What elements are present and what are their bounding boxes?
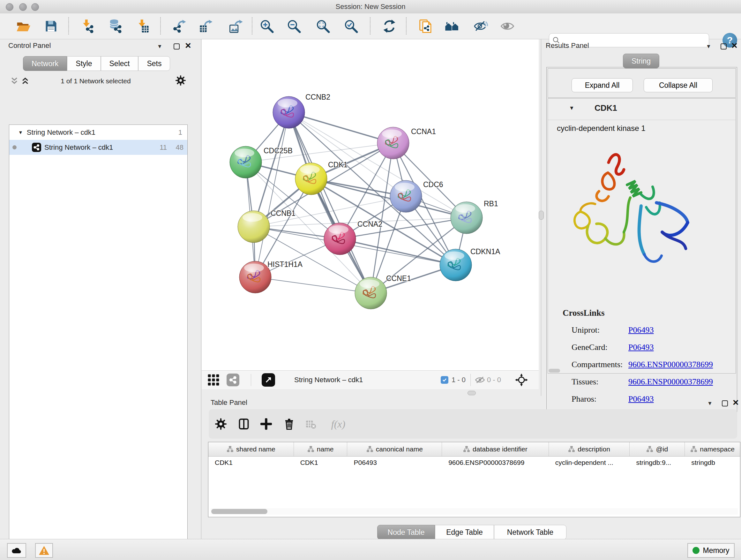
open-file-icon[interactable] <box>14 16 31 37</box>
import-network-file-icon[interactable] <box>78 16 96 37</box>
fit-selected-crosshair-icon[interactable] <box>515 371 529 389</box>
results-panel-maximize-icon[interactable] <box>721 44 727 50</box>
show-all-icon[interactable] <box>499 16 516 37</box>
tree-expander-icon[interactable]: ▼ <box>18 130 23 135</box>
refresh-icon[interactable] <box>381 16 398 37</box>
network-node-CDC6[interactable] <box>390 180 422 212</box>
network-edge-CCNB2-CCNA1[interactable] <box>289 112 393 143</box>
tab-style[interactable]: Style <box>67 56 100 71</box>
save-session-icon[interactable] <box>43 16 60 37</box>
table-panel-float-icon[interactable]: ▼ <box>707 400 713 407</box>
crosslink-link[interactable]: 9606.ENSP00000378699 <box>628 360 713 369</box>
delete-column-trash-icon[interactable] <box>281 416 297 432</box>
hidden-eye-icon[interactable] <box>475 371 485 389</box>
zoom-out-icon[interactable] <box>285 16 302 37</box>
network-edge-CCNA1-CCNE1[interactable] <box>371 143 393 293</box>
import-network-database-icon[interactable] <box>107 16 124 37</box>
delete-table-icon[interactable] <box>303 416 319 432</box>
left-splitter[interactable] <box>201 39 201 539</box>
protein-structure-image <box>561 143 695 271</box>
tab-edge-table[interactable]: Edge Table <box>435 525 494 540</box>
network-view-toolbar: String Network – cdk1 1 - 0 0 - 0 <box>202 370 539 389</box>
export-image-icon[interactable] <box>227 16 245 37</box>
column-type-icon <box>568 446 575 453</box>
control-panel-float-icon[interactable]: ▼ <box>157 44 162 50</box>
network-node-RB1[interactable] <box>451 202 482 234</box>
network-list: ▼ String Network – cdk1 1 String Network… <box>9 125 188 560</box>
collapse-all-button[interactable]: Collapse All <box>644 78 713 92</box>
network-node-CDKN1A[interactable] <box>440 249 472 281</box>
table-hscrollbar-thumb[interactable] <box>211 509 267 514</box>
birds-eye-view-icon[interactable] <box>262 371 275 389</box>
table-hscrollbar[interactable] <box>211 508 738 515</box>
node-label-CCNA2: CCNA2 <box>357 220 382 228</box>
column-type-icon <box>463 446 470 453</box>
column-header[interactable]: canonical name <box>347 442 442 456</box>
column-header[interactable]: @id <box>630 442 685 456</box>
column-header[interactable]: description <box>549 442 630 456</box>
results-scrollbar-thumb[interactable] <box>549 369 560 373</box>
network-collection-row[interactable]: ▼ String Network – cdk1 1 <box>9 125 187 140</box>
crosslink-link[interactable]: 9606.ENSP00000378699 <box>628 377 713 387</box>
tab-select[interactable]: Select <box>101 56 138 71</box>
show-columns-icon[interactable] <box>236 416 252 432</box>
results-panel-close-icon[interactable]: × <box>731 42 738 49</box>
network-edge-CCNA2-CDKN1A[interactable] <box>340 239 456 265</box>
export-table-icon[interactable] <box>197 16 214 37</box>
selected-checkbox-icon[interactable] <box>441 371 448 389</box>
column-header[interactable]: database identifier <box>442 442 549 456</box>
tab-sets[interactable]: Sets <box>138 56 170 71</box>
network-node-CCNA1[interactable] <box>377 127 409 159</box>
control-panel-maximize-icon[interactable] <box>174 44 180 50</box>
zoom-fit-icon[interactable] <box>314 16 332 37</box>
horizontal-splitter-handle[interactable] <box>468 391 476 395</box>
network-edge-CCNB2-HIST1H1A[interactable] <box>255 112 289 277</box>
add-column-icon[interactable] <box>259 416 274 432</box>
cloud-service-icon[interactable] <box>7 543 26 558</box>
table-panel-maximize-icon[interactable] <box>722 400 728 407</box>
network-edge-CCNB1-CDKN1A[interactable] <box>254 227 456 265</box>
crosslink-link[interactable]: P06493 <box>628 343 654 352</box>
network-node-CCNA2[interactable] <box>324 223 356 255</box>
hide-selected-icon[interactable] <box>472 16 489 37</box>
tab-network[interactable]: Network <box>23 56 67 71</box>
table-panel-close-icon[interactable]: × <box>733 399 739 406</box>
control-panel-close-icon[interactable]: × <box>185 42 191 49</box>
expand-all-networks-icon[interactable] <box>21 77 29 85</box>
results-panel-float-icon[interactable]: ▼ <box>706 44 711 50</box>
table-row[interactable]: CDK1 CDK1 P06493 9606.ENSP00000378699 cy… <box>208 456 740 469</box>
zoom-selected-icon[interactable] <box>342 16 360 37</box>
tab-node-table[interactable]: Node Table <box>377 525 435 540</box>
tab-string-results[interactable]: String <box>623 54 659 68</box>
column-header[interactable]: shared name <box>208 442 294 456</box>
column-header[interactable]: namespace <box>685 442 740 456</box>
collapse-all-networks-icon[interactable] <box>10 77 18 85</box>
network-node-CDC25B[interactable] <box>230 146 262 178</box>
export-network-icon[interactable] <box>171 16 188 37</box>
network-node-CCNB1[interactable] <box>238 211 270 243</box>
memory-button[interactable]: Memory <box>687 543 735 558</box>
grid-view-icon[interactable] <box>207 371 219 389</box>
network-options-gear-icon[interactable] <box>176 75 186 85</box>
crosslink-link[interactable]: P06493 <box>628 325 654 335</box>
warning-icon[interactable] <box>35 543 53 558</box>
network-edge-HIST1H1A-CCNE1[interactable] <box>255 277 371 293</box>
network-node-CCNB2[interactable] <box>273 97 305 128</box>
tab-network-table[interactable]: Network Table <box>494 525 566 540</box>
table-options-gear-icon[interactable] <box>213 416 228 432</box>
network-canvas[interactable]: CCNB2CCNA1CDC25BCDK1CDC6RB1CCNB1CCNA2CDK… <box>202 39 539 370</box>
protein-disclosure-icon[interactable]: ▼ <box>569 105 575 111</box>
import-table-icon[interactable] <box>134 16 151 37</box>
collection-name: String Network – cdk1 <box>27 128 95 137</box>
zoom-in-icon[interactable] <box>258 16 275 37</box>
function-builder-icon[interactable]: f(x) <box>326 416 351 432</box>
first-neighbors-icon[interactable] <box>443 16 461 37</box>
column-header[interactable]: name <box>294 442 347 456</box>
clone-network-icon[interactable] <box>417 16 434 37</box>
network-node-CDK1[interactable] <box>295 163 327 195</box>
network-row[interactable]: String Network – cdk1 11 48 <box>9 140 187 155</box>
network-view-share-icon[interactable] <box>226 371 239 389</box>
network-node-HIST1H1A[interactable] <box>239 261 271 293</box>
network-node-CCNE1[interactable] <box>355 277 387 309</box>
expand-all-button[interactable]: Expand All <box>571 78 633 92</box>
